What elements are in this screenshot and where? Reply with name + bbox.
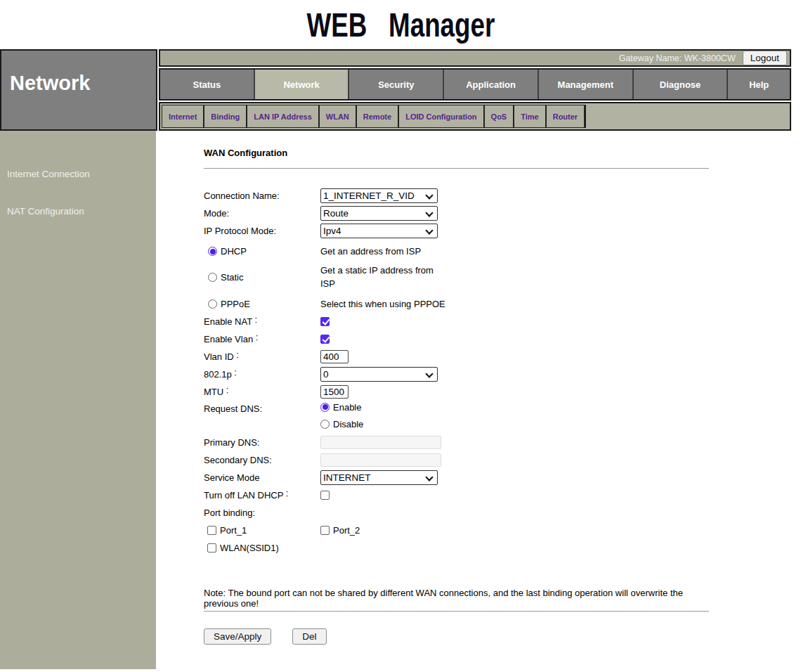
ip-protocol-label: IP Protocol Mode: (204, 226, 320, 236)
row-mtu: MTU ˸ (204, 385, 801, 399)
vlan-id-input[interactable] (320, 350, 349, 363)
pppoe-option: PPPoE (204, 299, 320, 309)
static-desc: Get a static IP address from ISP (320, 264, 443, 291)
body: Internet Connection NAT Configuration WA… (0, 131, 801, 669)
tab-management[interactable]: Management (539, 70, 634, 99)
dhcp-radio[interactable] (208, 247, 217, 256)
tab-diagnose[interactable]: Diagnose (634, 70, 729, 99)
port1-checkbox[interactable] (207, 526, 216, 535)
subtab-time[interactable]: Time (514, 105, 546, 127)
dhcp-label[interactable]: DHCP (221, 246, 247, 257)
page-heading: WAN Configuration (204, 148, 801, 158)
enable-vlan-label: Enable Vlan ˸ (204, 334, 320, 344)
subtab-internet[interactable]: Internet (162, 105, 204, 127)
tab-status[interactable]: Status (160, 70, 255, 99)
page: WEB Manager Network Gateway Name: WK-380… (0, 0, 801, 669)
subtab-wlan[interactable]: WLAN (320, 105, 357, 127)
request-dns-enable-label[interactable]: Enable (333, 402, 361, 413)
logout-button[interactable]: Logout (743, 51, 787, 65)
gateway-name-label: Gateway Name: WK-3800CW (619, 53, 736, 63)
save-apply-button[interactable]: Save/Apply (204, 628, 271, 645)
button-row: Save/Apply Del (204, 628, 801, 645)
port2-label[interactable]: Port_2 (333, 525, 360, 536)
service-mode-label: Service Mode (204, 472, 320, 483)
primary-dns-input[interactable] (320, 436, 441, 449)
row-port-binding-label: Port binding: (204, 505, 801, 520)
main-tab-bar: Status Network Security Application Mana… (159, 68, 791, 101)
enable-nat-checkbox[interactable] (320, 317, 330, 326)
del-button[interactable]: Del (292, 628, 326, 645)
static-option: Static (204, 272, 320, 283)
row-connection-name: Connection Name: 1_INTERNET_R_VID (204, 188, 801, 203)
tab-security[interactable]: Security (349, 70, 444, 99)
vlan-id-label: Vlan ID ˸ (204, 351, 320, 362)
mtu-label: MTU ˸ (204, 387, 320, 397)
request-dns-disable-radio[interactable] (320, 420, 330, 429)
row-port-binding-2: WLAN(SSID1) (204, 541, 801, 555)
subtab-binding[interactable]: Binding (204, 105, 247, 127)
connection-name-select-wrap: 1_INTERNET_R_VID (320, 188, 438, 203)
row-vlan-id: Vlan ID ˸ (204, 349, 801, 364)
row-enable-nat: Enable NAT ˸ (204, 314, 801, 329)
lan-dhcp-checkbox[interactable] (320, 491, 330, 500)
subtab-router[interactable]: Router (547, 105, 585, 127)
pppoe-desc: Select this when using PPPOE (320, 299, 445, 309)
subtab-qos[interactable]: QoS (485, 105, 515, 127)
sidebar: Internet Connection NAT Configuration (0, 131, 156, 669)
connection-name-label: Connection Name: (204, 190, 320, 201)
request-dns-enable-radio[interactable] (320, 403, 330, 412)
tab-network[interactable]: Network (255, 70, 350, 99)
wan-form: Connection Name: 1_INTERNET_R_VID Mode: … (204, 188, 801, 645)
sub-tab-bar: Internet Binding LAN IP Address WLAN Rem… (159, 102, 791, 131)
masthead: WEB Manager (0, 0, 801, 49)
wlan-ssid1-label[interactable]: WLAN(SSID1) (220, 543, 279, 553)
page-title: WEB Manager (306, 5, 495, 44)
sub-tab-group: Internet Binding LAN IP Address WLAN Rem… (162, 105, 586, 128)
primary-dns-label: Primary DNS: (204, 437, 320, 448)
connection-name-select[interactable]: 1_INTERNET_R_VID (320, 188, 438, 203)
wlan-ssid1-checkbox[interactable] (207, 543, 216, 553)
mode-select[interactable]: Route (320, 206, 438, 221)
port2-checkbox[interactable] (320, 526, 330, 535)
request-dns-disable-label[interactable]: Disable (333, 419, 363, 429)
sidebar-item-internet-connection[interactable]: Internet Connection (0, 164, 156, 183)
dhcp-option: DHCP (204, 246, 320, 257)
secondary-dns-input[interactable] (320, 453, 441, 467)
row-enable-vlan: Enable Vlan ˸ (204, 332, 801, 347)
tab-application[interactable]: Application (444, 70, 539, 99)
row-mode: Mode: Route (204, 206, 801, 221)
subtab-remote[interactable]: Remote (357, 105, 399, 127)
static-radio[interactable] (208, 273, 217, 282)
sidebar-item-nat-configuration[interactable]: NAT Configuration (0, 202, 156, 221)
row-8021p: 802.1p ˸ 0 (204, 367, 801, 382)
subtab-loid-configuration[interactable]: LOID Configuration (399, 105, 484, 127)
port-binding-label: Port binding: (204, 508, 320, 518)
row-static: Static Get a static IP address from ISP (204, 264, 801, 291)
8021p-select[interactable]: 0 (320, 367, 438, 382)
static-label[interactable]: Static (221, 272, 244, 283)
port1-option: Port_1 (204, 525, 320, 536)
main-content: WAN Configuration Connection Name: 1_INT… (156, 131, 801, 669)
row-dhcp: DHCP Get an address from ISP (204, 244, 801, 259)
row-service-mode: Service Mode INTERNET (204, 470, 801, 485)
lan-dhcp-label: Turn off LAN DHCP ˸ (204, 490, 320, 500)
8021p-select-wrap: 0 (320, 367, 438, 382)
pppoe-radio[interactable] (208, 299, 217, 309)
ip-protocol-select[interactable]: Ipv4 (320, 224, 438, 238)
service-mode-select[interactable]: INTERNET (320, 470, 438, 485)
subtab-lan-ip-address[interactable]: LAN IP Address (247, 105, 320, 127)
port1-label[interactable]: Port_1 (220, 525, 247, 536)
pppoe-label[interactable]: PPPoE (221, 299, 250, 309)
mode-select-wrap: Route (320, 206, 438, 221)
row-secondary-dns: Secondary DNS: (204, 453, 801, 467)
note-text: Note: The bound port can not be shared b… (204, 588, 696, 611)
row-lan-dhcp: Turn off LAN DHCP ˸ (204, 488, 801, 503)
row-pppoe: PPPoE Select this when using PPPOE (204, 297, 801, 311)
enable-vlan-checkbox[interactable] (320, 335, 330, 344)
service-mode-select-wrap: INTERNET (320, 470, 438, 485)
mtu-input[interactable] (320, 385, 349, 399)
header-right: Gateway Name: WK-3800CW Logout Status Ne… (159, 49, 791, 131)
wlan-ssid1-option: WLAN(SSID1) (204, 543, 279, 553)
row-ip-protocol: IP Protocol Mode: Ipv4 (204, 224, 801, 238)
tab-help[interactable]: Help (728, 70, 790, 99)
